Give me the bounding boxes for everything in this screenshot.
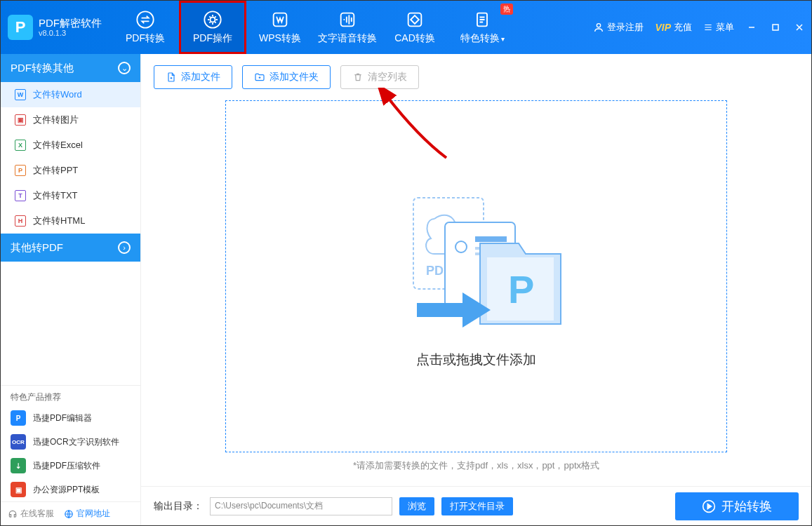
menu-button[interactable]: 菜单 [703, 21, 734, 34]
tab-label: WPS转换 [259, 32, 301, 45]
word-icon: W [15, 89, 26, 100]
maximize-icon [771, 23, 780, 32]
login-label: 登录注册 [607, 21, 644, 34]
dropzone[interactable]: PDF P 点击或拖拽文件添加 [225, 100, 727, 452]
user-icon [593, 22, 604, 33]
svg-point-1 [204, 11, 220, 27]
trash-icon [352, 72, 364, 83]
tab-special-convert[interactable]: 热 特色转换 [448, 1, 516, 54]
vip-text: VIP [655, 22, 671, 33]
svg-point-7 [597, 24, 601, 27]
excel-icon: X [15, 140, 26, 151]
section-title: PDF转换其他 [11, 62, 74, 75]
svg-point-2 [211, 18, 215, 22]
wps-icon [270, 10, 290, 29]
button-label: 添加文件 [181, 71, 220, 83]
svg-rect-14 [475, 236, 507, 242]
gear-icon [203, 10, 222, 29]
main-tabs: PDF转换 PDF操作 WPS转换 文字语音转换 CAD转换 热 特色转换 [112, 1, 516, 54]
sidebar-item-to-html[interactable]: H 文件转HTML [1, 208, 140, 234]
sidebar-item-to-excel[interactable]: X 文件转Excel [1, 133, 140, 158]
sidebar: PDF转换其他 ⌄ W 文件转Word ▣ 文件转图片 X 文件转Excel P… [1, 54, 141, 525]
open-folder-button[interactable]: 打开文件目录 [441, 497, 513, 515]
promo-ppt-template[interactable]: ▣ 办公资源PPT模板 [1, 478, 140, 501]
promo-icon: ▣ [11, 482, 26, 497]
add-folder-button[interactable]: 添加文件夹 [242, 65, 331, 89]
dropzone-hint: *请添加需要转换的文件，支持pdf，xls，xlsx，ppt，pptx格式 [353, 459, 599, 472]
svg-point-0 [137, 11, 153, 27]
online-service-link[interactable]: 在线客服 [8, 508, 54, 520]
dropzone-title: 点击或拖拽文件添加 [416, 351, 536, 369]
play-icon [702, 499, 716, 513]
clear-list-button[interactable]: 清空列表 [340, 65, 419, 89]
add-file-button[interactable]: 添加文件 [154, 65, 232, 89]
app-logo-icon: P [8, 15, 33, 40]
sidebar-section-other-to-pdf[interactable]: 其他转PDF › [1, 234, 140, 262]
tab-label: PDF操作 [193, 32, 232, 45]
chevron-down-icon: ⌄ [118, 62, 131, 74]
sidebar-item-to-txt[interactable]: T 文件转TXT [1, 183, 140, 208]
footer-bar: 输出目录： 浏览 打开文件目录 开始转换 [141, 486, 811, 525]
promo-pdf-editor[interactable]: P 迅捷PDF编辑器 [1, 406, 140, 430]
html-icon: H [15, 215, 26, 227]
close-button[interactable] [793, 21, 806, 34]
sidebar-footer: 在线客服 官网地址 [1, 501, 140, 525]
promo-label: 迅捷PDF编辑器 [33, 412, 92, 424]
minimize-button[interactable] [745, 21, 758, 34]
sidebar-item-to-word[interactable]: W 文件转Word [1, 82, 140, 107]
maximize-button[interactable] [769, 21, 782, 34]
promo-ocr[interactable]: OCR 迅捷OCR文字识别软件 [1, 430, 140, 454]
menu-label: 菜单 [716, 21, 734, 34]
button-label: 清空列表 [368, 71, 407, 83]
site-label: 官网地址 [76, 508, 110, 520]
promo-icon: OCR [11, 434, 26, 450]
button-label: 开始转换 [721, 498, 772, 515]
output-label: 输出目录： [154, 500, 203, 513]
tab-text-voice[interactable]: 文字语音转换 [314, 1, 381, 54]
login-link[interactable]: 登录注册 [593, 21, 644, 34]
output-path-input[interactable] [210, 497, 392, 515]
sidebar-item-label: 文件转PPT [33, 164, 78, 177]
section-title: 其他转PDF [11, 241, 63, 255]
tab-label: CAD转换 [394, 32, 435, 45]
tab-cad-convert[interactable]: CAD转换 [381, 1, 448, 54]
official-site-link[interactable]: 官网地址 [64, 508, 110, 520]
image-icon: ▣ [15, 114, 26, 126]
file-plus-icon [166, 72, 177, 83]
audio-icon [338, 10, 357, 29]
doc-icon [472, 10, 492, 29]
tab-pdf-convert[interactable]: PDF转换 [112, 1, 179, 54]
vip-recharge[interactable]: VIP充值 [655, 21, 692, 34]
sidebar-item-to-ppt[interactable]: P 文件转PPT [1, 158, 140, 183]
menu-icon [703, 22, 713, 32]
sidebar-item-to-image[interactable]: ▣ 文件转图片 [1, 107, 140, 133]
sidebar-item-label: 文件转图片 [33, 114, 79, 126]
headset-icon [8, 509, 18, 519]
browse-button[interactable]: 浏览 [399, 497, 434, 515]
promo-title: 特色产品推荐 [1, 385, 140, 406]
promo-compress[interactable]: ⇣ 迅捷PDF压缩软件 [1, 454, 140, 478]
tab-label: PDF转换 [126, 32, 165, 45]
minimize-icon [747, 23, 756, 32]
start-convert-button[interactable]: 开始转换 [675, 492, 799, 520]
txt-icon: T [15, 190, 26, 201]
promo-icon: ⇣ [11, 458, 26, 473]
sidebar-section-pdf-to-other[interactable]: PDF转换其他 ⌄ [1, 54, 140, 82]
logo-block: P PDF解密软件 v8.0.1.3 [1, 15, 112, 40]
app-title: PDF解密软件 [39, 18, 102, 29]
tab-pdf-operate[interactable]: PDF操作 [179, 1, 246, 54]
swap-icon [135, 10, 155, 29]
folder-plus-icon [254, 72, 265, 83]
chevron-right-icon: › [118, 241, 131, 254]
promo-label: 迅捷OCR文字识别软件 [33, 436, 119, 448]
tab-label: 文字语音转换 [318, 32, 377, 45]
dropzone-illustration-icon: PDF P [385, 184, 568, 338]
sidebar-item-label: 文件转Excel [33, 139, 83, 151]
hot-badge: 热 [500, 4, 513, 15]
promo-label: 办公资源PPT模板 [33, 484, 100, 496]
ie-icon [64, 509, 74, 519]
button-label: 添加文件夹 [269, 71, 319, 83]
svg-rect-8 [773, 25, 778, 30]
sidebar-item-label: 文件转TXT [33, 189, 78, 202]
tab-wps-convert[interactable]: WPS转换 [246, 1, 314, 54]
